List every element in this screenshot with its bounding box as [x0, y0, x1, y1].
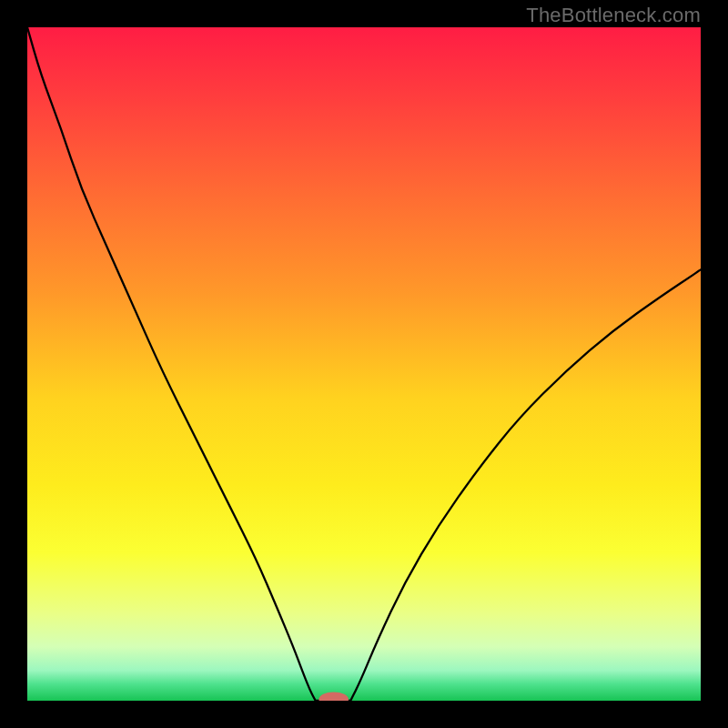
watermark-text: TheBottleneck.com: [526, 4, 701, 27]
gradient-background: [27, 27, 701, 701]
chart-frame: TheBottleneck.com: [0, 0, 728, 728]
chart-svg: [27, 27, 701, 701]
plot-area: [27, 27, 701, 701]
